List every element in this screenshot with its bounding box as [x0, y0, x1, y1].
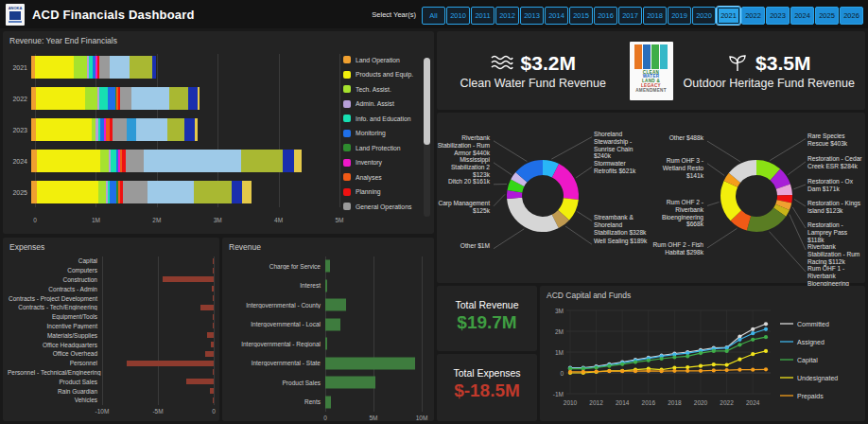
legend-label[interactable]: Prepaids [797, 393, 824, 400]
bar[interactable] [200, 305, 214, 310]
legend-item[interactable]: Tech. Assist. [343, 85, 419, 93]
bar-segment[interactable] [130, 56, 153, 79]
data-point[interactable] [764, 349, 768, 353]
bar[interactable] [213, 314, 214, 320]
bar-segment[interactable] [283, 150, 294, 172]
bar-segment[interactable] [136, 118, 167, 141]
legend-scrollbar-thumb[interactable] [424, 58, 430, 145]
legend-item[interactable]: General Operations [343, 203, 419, 210]
year-button-2021[interactable]: 2021 [717, 7, 740, 25]
bar[interactable] [207, 332, 214, 338]
data-point[interactable] [751, 368, 755, 372]
data-point[interactable] [764, 367, 768, 371]
bar-segment[interactable] [294, 150, 302, 172]
bar[interactable] [325, 377, 375, 389]
bar[interactable] [212, 286, 214, 292]
data-point[interactable] [595, 365, 599, 369]
bar[interactable] [127, 361, 214, 366]
bar[interactable] [186, 379, 215, 384]
data-point[interactable] [686, 354, 689, 358]
data-point[interactable] [660, 369, 664, 373]
data-point[interactable] [699, 351, 703, 355]
line-series[interactable] [570, 369, 766, 372]
bar-segment[interactable] [113, 118, 126, 141]
data-point[interactable] [712, 349, 716, 353]
bar-segment[interactable] [98, 181, 106, 203]
bar-segment[interactable] [241, 150, 282, 172]
data-point[interactable] [607, 369, 611, 373]
year-button-2020[interactable]: 2020 [692, 7, 716, 25]
data-point[interactable] [686, 369, 689, 373]
bar-segment[interactable] [110, 181, 116, 203]
legend-label[interactable]: Undesignated [797, 375, 838, 382]
bar-segment[interactable] [127, 118, 136, 141]
bar[interactable] [325, 279, 327, 292]
year-button-2018[interactable]: 2018 [643, 7, 667, 25]
line-series[interactable] [570, 329, 766, 368]
bar-segment[interactable] [194, 181, 231, 203]
bar[interactable] [213, 268, 214, 274]
data-point[interactable] [764, 335, 768, 339]
data-point[interactable] [751, 327, 755, 331]
bar-segment[interactable] [188, 87, 198, 110]
bar-segment[interactable] [36, 87, 85, 110]
bar-segment[interactable] [120, 87, 131, 110]
bar-segment[interactable] [131, 87, 168, 110]
bar-segment[interactable] [195, 118, 198, 141]
year-button-2015[interactable]: 2015 [569, 7, 593, 25]
data-point[interactable] [738, 368, 741, 372]
legend-item[interactable]: Analyses [343, 173, 419, 181]
data-point[interactable] [725, 363, 729, 367]
legend-item[interactable]: Monitoring [343, 130, 419, 137]
data-point[interactable] [699, 369, 703, 373]
bar-segment[interactable] [36, 118, 92, 141]
data-point[interactable] [699, 364, 703, 368]
bar[interactable] [325, 260, 330, 273]
legend-label[interactable]: Committed [797, 321, 829, 327]
data-point[interactable] [672, 355, 676, 359]
data-point[interactable] [620, 362, 624, 366]
legend-item[interactable]: Land Protection [343, 144, 419, 151]
bar[interactable] [213, 323, 214, 328]
data-point[interactable] [738, 338, 741, 342]
data-point[interactable] [764, 322, 768, 326]
bar-segment[interactable] [184, 118, 195, 141]
bar-segment[interactable] [152, 56, 156, 79]
bar-segment[interactable] [198, 87, 199, 110]
bar[interactable] [205, 351, 214, 357]
bar-segment[interactable] [100, 150, 109, 172]
bar-segment[interactable] [169, 87, 189, 110]
data-point[interactable] [660, 357, 664, 361]
bar-segment[interactable] [110, 56, 129, 79]
data-point[interactable] [647, 369, 651, 373]
year-button-2013[interactable]: 2013 [520, 7, 544, 25]
bar-segment[interactable] [85, 87, 96, 110]
bar[interactable] [325, 318, 340, 330]
legend-item[interactable]: Planning [343, 188, 419, 196]
year-button-2019[interactable]: 2019 [668, 7, 691, 25]
data-point[interactable] [582, 370, 585, 374]
data-point[interactable] [568, 370, 572, 374]
year-button-2010[interactable]: 2010 [446, 7, 470, 25]
year-button-2014[interactable]: 2014 [545, 7, 568, 25]
bar[interactable] [325, 396, 331, 408]
data-point[interactable] [686, 365, 689, 369]
year-button-2016[interactable]: 2016 [594, 7, 617, 25]
data-point[interactable] [672, 369, 676, 373]
year-button-2011[interactable]: 2011 [471, 7, 495, 25]
bar-segment[interactable] [99, 56, 110, 79]
legend-label[interactable]: Capital [797, 357, 818, 364]
data-point[interactable] [712, 368, 716, 372]
bar[interactable] [213, 398, 214, 403]
data-point[interactable] [738, 343, 741, 346]
bar-segment[interactable] [126, 150, 144, 172]
data-point[interactable] [725, 368, 729, 372]
data-point[interactable] [751, 352, 755, 356]
data-point[interactable] [764, 327, 768, 331]
bar[interactable] [213, 369, 214, 375]
data-point[interactable] [634, 369, 637, 373]
year-button-2024[interactable]: 2024 [790, 7, 814, 25]
legend-item[interactable]: Admin. Assist [343, 100, 419, 108]
bar-segment[interactable] [35, 56, 74, 79]
data-point[interactable] [634, 361, 637, 364]
